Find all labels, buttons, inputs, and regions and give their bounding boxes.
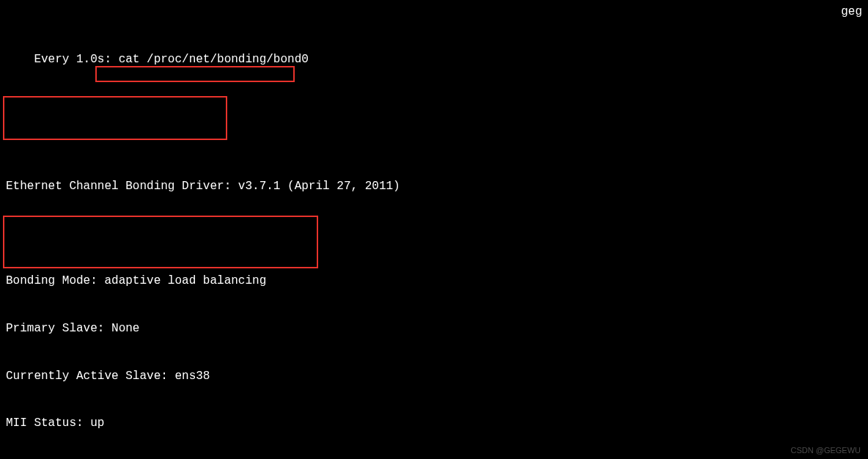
primary-slave: Primary Slave: None [6,321,862,337]
active-slave: Currently Active Slave: ens38 [6,369,862,385]
bonding-mode-line: Bonding Mode: adaptive load balancing [6,273,862,290]
watch-header-line: Every 1.0s: cat /proc/net/bonding/bond0 [6,36,862,84]
blank-line [6,131,862,147]
driver-version: Ethernet Channel Bonding Driver: v3.7.1 … [6,179,862,195]
bonding-mode-value: adaptive load balancing [98,274,273,287]
hostname-text: geg [841,4,862,21]
mii-status: MII Status: up [6,416,862,432]
watermark-text: CSDN @GEGEWU [790,445,861,456]
watch-command: Every 1.0s: cat /proc/net/bonding/bond0 [34,53,308,66]
terminal-output: Every 1.0s: cat /proc/net/bonding/bond0 … [6,4,862,459]
blank-line [6,226,862,242]
bonding-mode-label: Bonding Mode: [6,274,98,287]
